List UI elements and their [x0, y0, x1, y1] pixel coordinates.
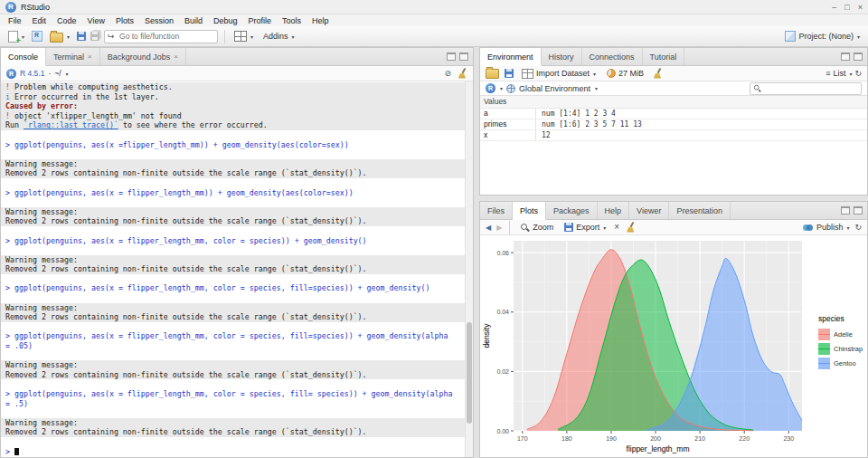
zoom-button[interactable]: Zoom	[517, 222, 556, 234]
console-output[interactable]: ! Problem while computing aesthetics.i E…	[1, 81, 465, 457]
menu-help[interactable]: Help	[307, 16, 335, 25]
clear-all-plots-icon[interactable]	[625, 222, 636, 233]
list-view-label[interactable]: List	[833, 69, 845, 78]
console-tab-background-jobs[interactable]: Background Jobs×	[100, 48, 186, 65]
menu-build[interactable]: Build	[179, 16, 208, 25]
environment-tab-tutorial[interactable]: Tutorial	[643, 48, 685, 65]
console-link[interactable]: `rlang::last_trace()`	[24, 120, 118, 129]
menu-session[interactable]: Session	[139, 16, 179, 25]
new-file-button[interactable]: ▾	[5, 30, 27, 43]
maximize-pane-icon[interactable]	[854, 52, 863, 61]
search-icon	[753, 84, 761, 92]
maximize-button[interactable]: □	[844, 3, 849, 12]
save-workspace-icon[interactable]	[505, 69, 514, 78]
memory-usage-label: 27 MiB	[618, 69, 644, 78]
scrollbar-thumb[interactable]	[467, 322, 472, 424]
console-tabbar: ConsoleTerminal×Background Jobs×	[1, 48, 473, 66]
menubar: FileEditCodeViewPlotsSessionBuildDebugPr…	[0, 14, 868, 26]
maximize-pane-icon[interactable]	[459, 52, 468, 61]
save-all-icon[interactable]	[90, 32, 99, 41]
menu-tools[interactable]: Tools	[277, 16, 307, 25]
export-button[interactable]: Export ▾	[561, 222, 609, 233]
chevron-down-icon: ▾	[595, 85, 598, 91]
console-line	[1, 293, 465, 303]
refresh-plot-icon[interactable]: ↻	[854, 223, 862, 232]
minimize-pane-icon[interactable]	[841, 206, 850, 215]
environment-grid: Values anum [1:4] 1 2 3 4primesnum [1:6]…	[480, 96, 867, 195]
menu-code[interactable]: Code	[52, 16, 82, 25]
tab-label: Environment	[487, 52, 533, 62]
env-variable-name: x	[480, 130, 536, 140]
env-variable-row[interactable]: anum [1:4] 1 2 3 4	[480, 109, 867, 119]
console-line: Removed 2 rows containing non-finite out…	[1, 168, 465, 178]
environment-search-input[interactable]	[764, 84, 859, 93]
workspace-panes-button[interactable]: ▾	[231, 30, 256, 43]
import-dataset-button[interactable]: Import Dataset ▾	[519, 68, 599, 80]
menu-profile[interactable]: Profile	[243, 16, 278, 25]
environment-tab-history[interactable]: History	[542, 48, 582, 65]
chevron-down-icon: ▾	[500, 85, 503, 91]
environment-search	[750, 82, 862, 95]
console-line	[1, 274, 465, 284]
menu-edit[interactable]: Edit	[27, 16, 52, 25]
console-text: Caused by error:	[5, 101, 78, 110]
addins-button[interactable]: Addins ▾	[260, 31, 297, 42]
tab-label: Viewer	[637, 206, 661, 215]
x-tick-label: 170	[517, 435, 528, 442]
plots-tab-viewer[interactable]: Viewer	[629, 202, 669, 219]
maximize-pane-icon[interactable]	[854, 206, 863, 215]
console-scrollbar[interactable]	[465, 81, 473, 457]
minimize-button[interactable]: –	[832, 3, 836, 12]
env-variable-row[interactable]: x12	[480, 130, 867, 141]
console-tab-console[interactable]: Console	[1, 48, 46, 66]
chevron-down-icon: ▾	[66, 71, 69, 77]
plots-tab-files[interactable]: Files	[480, 202, 513, 219]
suspend-session-icon[interactable]: ⊘	[444, 69, 451, 78]
console-line	[1, 245, 465, 255]
r-version-label[interactable]: R 4.5.1	[20, 69, 44, 78]
menu-file[interactable]: File	[3, 16, 27, 25]
environment-tab-environment[interactable]: Environment	[480, 48, 542, 66]
console-text: Error occurred in the 1st layer.	[14, 92, 159, 101]
environment-tab-connections[interactable]: Connections	[582, 48, 643, 65]
save-icon[interactable]	[77, 32, 86, 41]
console-line	[1, 197, 465, 207]
console-tab-terminal[interactable]: Terminal×	[46, 48, 100, 65]
console-cursor	[14, 448, 19, 455]
console-line: Warning message:	[1, 159, 465, 169]
minimize-pane-icon[interactable]	[841, 52, 850, 61]
menu-view[interactable]: View	[82, 16, 110, 25]
menu-debug[interactable]: Debug	[208, 16, 243, 25]
y-tick-label: 0.06	[496, 250, 509, 256]
remove-plot-icon[interactable]: ×	[614, 223, 619, 232]
env-variable-row[interactable]: primesnum [1:6] 2 3 5 7 11 13	[480, 119, 867, 130]
console-line	[1, 437, 465, 447]
memory-usage-button[interactable]: 27 MiB	[604, 68, 646, 79]
separator-dot: ·	[48, 69, 51, 78]
goto-file-input[interactable]	[104, 30, 218, 43]
plots-tab-help[interactable]: Help	[598, 202, 630, 219]
new-project-icon[interactable]	[32, 31, 42, 42]
open-file-button[interactable]: ▾	[47, 30, 72, 43]
plots-toolbar: ◀ ▶ Zoom Export ▾ × Publish ▾ ↻	[480, 220, 867, 235]
minimize-pane-icon[interactable]	[447, 52, 456, 61]
plots-tab-presentation[interactable]: Presentation	[669, 202, 731, 219]
global-environment-label[interactable]: Global Environment	[519, 84, 590, 93]
menu-plots[interactable]: Plots	[110, 16, 139, 25]
close-button[interactable]: ×	[858, 3, 863, 12]
load-workspace-icon[interactable]	[486, 69, 499, 79]
clear-console-icon[interactable]	[457, 68, 467, 79]
console-line: i Error occurred in the 1st layer.	[1, 92, 465, 102]
plots-tab-plots[interactable]: Plots	[513, 202, 546, 220]
project-menu-button[interactable]: Project: (None) ▾	[782, 30, 863, 43]
plots-tab-packages[interactable]: Packages	[546, 202, 598, 219]
addins-label: Addins	[263, 32, 288, 41]
clear-environment-icon[interactable]	[652, 68, 663, 79]
publish-button[interactable]: Publish ▾	[800, 222, 853, 234]
r-language-icon[interactable]: R	[486, 83, 495, 93]
previous-plot-icon[interactable]: ◀	[486, 224, 491, 232]
refresh-icon[interactable]: ↻	[854, 69, 862, 78]
next-plot-icon[interactable]: ▶	[496, 224, 502, 232]
close-tab-icon[interactable]: ×	[88, 52, 92, 61]
close-tab-icon[interactable]: ×	[174, 52, 178, 61]
